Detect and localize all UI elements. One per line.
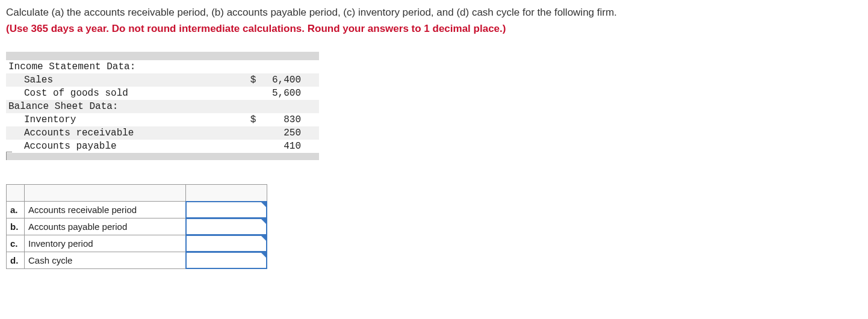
data-bottom-bar bbox=[6, 153, 319, 160]
answer-letter: a. bbox=[7, 201, 25, 218]
data-label: Cost of goods sold bbox=[6, 87, 238, 100]
currency-symbol bbox=[238, 140, 259, 153]
financial-data-block: Income Statement Data: Sales $ 6,400 Cos… bbox=[6, 52, 319, 160]
question-prompt: Calculate (a) the accounts receivable pe… bbox=[6, 5, 862, 20]
data-top-bar bbox=[6, 52, 319, 60]
cell-corner-icon bbox=[261, 235, 267, 241]
answer-row: a. Accounts receivable period bbox=[7, 201, 267, 218]
data-label: Inventory bbox=[6, 113, 238, 126]
answer-label: Accounts payable period bbox=[25, 218, 186, 235]
answer-letter: c. bbox=[7, 235, 25, 252]
answer-letter: b. bbox=[7, 218, 25, 235]
answer-label: Cash cycle bbox=[25, 252, 186, 268]
currency-symbol bbox=[238, 87, 259, 100]
data-label: Accounts receivable bbox=[6, 126, 238, 140]
answer-input-cell bbox=[186, 252, 267, 268]
answer-input-b[interactable] bbox=[186, 218, 267, 235]
financial-data-table: Income Statement Data: Sales $ 6,400 Cos… bbox=[6, 60, 319, 153]
answer-table: a. Accounts receivable period b. Account… bbox=[6, 184, 267, 269]
cell-corner-icon bbox=[261, 252, 267, 258]
section-header: Income Statement Data: bbox=[6, 60, 319, 73]
resize-hint-icon bbox=[6, 152, 12, 160]
currency-symbol: $ bbox=[238, 73, 259, 87]
answer-input-cell bbox=[186, 235, 267, 252]
answer-row: d. Cash cycle bbox=[7, 252, 267, 268]
data-value: 410 bbox=[259, 140, 319, 153]
data-label: Accounts payable bbox=[6, 140, 238, 153]
cell-corner-icon bbox=[261, 218, 267, 225]
answer-input-d[interactable] bbox=[186, 252, 267, 268]
data-label: Sales bbox=[6, 73, 238, 87]
answer-input-c[interactable] bbox=[186, 235, 267, 252]
answer-input-cell bbox=[186, 201, 267, 218]
data-value: 830 bbox=[259, 113, 319, 126]
answer-header-blank bbox=[7, 184, 25, 201]
answer-header-blank bbox=[186, 184, 267, 201]
answer-letter: d. bbox=[7, 252, 25, 268]
answer-row: b. Accounts payable period bbox=[7, 218, 267, 235]
answer-label: Inventory period bbox=[25, 235, 186, 252]
answer-row: c. Inventory period bbox=[7, 235, 267, 252]
question-instruction: (Use 365 days a year. Do not round inter… bbox=[6, 23, 862, 35]
data-value: 250 bbox=[259, 126, 319, 140]
data-value: 5,600 bbox=[259, 87, 319, 100]
cell-corner-icon bbox=[261, 202, 267, 208]
data-value: 6,400 bbox=[259, 73, 319, 87]
currency-symbol bbox=[238, 126, 259, 140]
section-header: Balance Sheet Data: bbox=[6, 100, 319, 113]
answer-input-a[interactable] bbox=[186, 202, 267, 218]
answer-header-blank bbox=[25, 184, 186, 201]
answer-label: Accounts receivable period bbox=[25, 201, 186, 218]
currency-symbol: $ bbox=[238, 113, 259, 126]
answer-input-cell bbox=[186, 218, 267, 235]
